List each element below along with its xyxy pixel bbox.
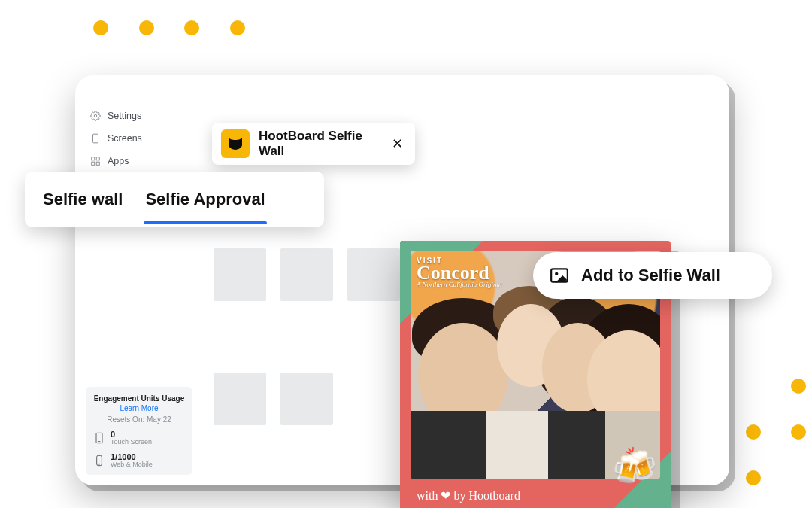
add-to-selfie-wall-button[interactable]: Add to Selfie Wall [533, 252, 772, 299]
decor-dot [93, 20, 108, 35]
decor-dot [791, 379, 806, 394]
selfie-thumbnail[interactable] [214, 373, 266, 425]
decor-dot [791, 424, 806, 440]
learn-more-link[interactable]: Learn More [93, 404, 185, 412]
decor-dot [139, 20, 154, 35]
svg-point-0 [94, 114, 97, 117]
sidebar-item-screens[interactable]: Screens [90, 128, 203, 149]
engagement-panel: Engagement Units Usage Learn More Resets… [86, 387, 192, 475]
svg-rect-4 [92, 162, 95, 165]
sidebar-item-label: Screens [108, 133, 142, 144]
sidebar-item-label: Settings [108, 111, 141, 121]
decor-dot [184, 20, 199, 35]
selfie-thumbnail[interactable] [347, 248, 400, 301]
metric-web: 1/1000 Web & Mobile [93, 452, 185, 469]
sidebar-item-settings[interactable]: Settings [90, 105, 203, 126]
mobile-icon [93, 452, 105, 469]
selfie-thumbnail[interactable] [280, 373, 333, 425]
card-footer: with ❤ by Hootboard [417, 488, 520, 503]
decor-dot [746, 424, 761, 440]
tabs-pill: Selfie wall Selfie Approval [25, 172, 324, 227]
touch-screen-icon [93, 430, 105, 446]
visit-concord-badge: VISIT Concord A Northern California Orig… [417, 257, 502, 287]
svg-rect-3 [96, 157, 99, 160]
svg-point-13 [98, 464, 99, 464]
svg-rect-5 [96, 162, 99, 165]
app-title: HootBoard Selfie Wall [259, 129, 389, 159]
selfie-thumbnail[interactable] [280, 248, 333, 301]
decor-dot [746, 470, 761, 485]
screen-icon [90, 133, 101, 144]
sidebar-item-apps[interactable]: Apps [90, 151, 203, 172]
selfie-thumbnail[interactable] [214, 248, 266, 301]
grid-icon [90, 156, 101, 166]
tab-selfie-wall[interactable]: Selfie wall [41, 178, 124, 221]
image-icon [548, 266, 571, 285]
svg-rect-2 [92, 157, 95, 160]
resets-label: Resets On: May 22 [93, 415, 185, 424]
tab-selfie-approval[interactable]: Selfie Approval [144, 178, 266, 221]
decor-dot [230, 20, 245, 35]
sidebar-item-label: Apps [108, 156, 129, 166]
metric-label: Touch Screen [111, 439, 152, 446]
beer-icon: 🍻 [612, 445, 657, 488]
metric-touch: 0 Touch Screen [93, 430, 185, 446]
add-button-label: Add to Selfie Wall [581, 266, 720, 285]
close-icon[interactable]: ✕ [389, 132, 406, 155]
metric-label: Web & Mobile [111, 461, 153, 469]
engagement-title: Engagement Units Usage [93, 394, 185, 403]
gear-icon [90, 111, 101, 121]
svg-point-15 [555, 272, 558, 275]
app-header-pill: HootBoard Selfie Wall ✕ [212, 123, 415, 165]
svg-rect-1 [93, 134, 98, 143]
hootboard-logo [221, 129, 250, 158]
